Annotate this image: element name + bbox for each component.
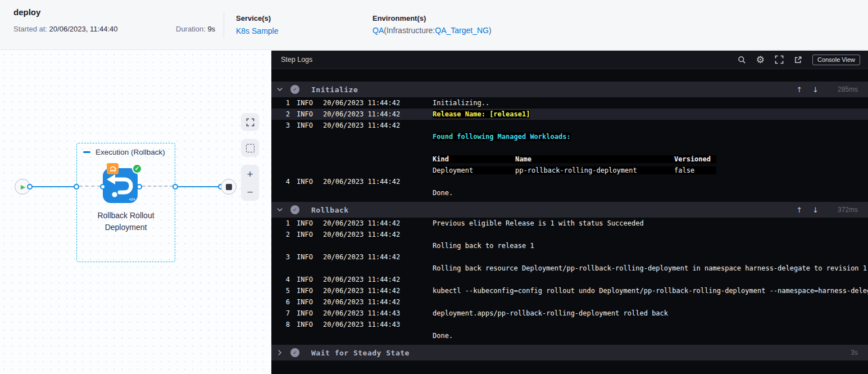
zoom-out-button[interactable]: − <box>241 183 259 201</box>
log-level: INFO <box>297 276 323 283</box>
log-section-header[interactable]: ✓Rollback↑↓372ms <box>271 202 868 218</box>
execution-group-label[interactable]: Execution (Rollback) <box>83 148 165 156</box>
log-row[interactable]: Rolling back to release 1 <box>271 240 868 251</box>
execution-header: deploy Started at: 20/06/2023, 11:44:40 … <box>0 0 868 50</box>
log-level: INFO <box>297 298 323 306</box>
chevron-down-icon[interactable] <box>276 86 283 93</box>
log-line-number: 1 <box>271 219 290 227</box>
log-timestamp: 20/06/2023 11:44:42 <box>323 219 433 227</box>
scroll-to-top-button[interactable]: ↑ <box>796 85 802 94</box>
pipeline-edge <box>32 186 75 187</box>
log-panel-title: Step Logs <box>281 56 312 64</box>
log-row[interactable]: 4INFO20/06/2023 11:44:42 <box>271 274 868 285</box>
log-row[interactable]: Done. <box>271 187 868 199</box>
log-row[interactable]: 2INFO20/06/2023 11:44:42Release Name: [r… <box>271 109 868 120</box>
success-check-icon: ✓ <box>132 164 142 174</box>
log-row[interactable]: 1INFO20/06/2023 11:44:42Initializing.. <box>271 97 868 109</box>
environments-block: Environment(s) QA(Infrastructure:QA_Targ… <box>372 14 492 35</box>
log-line-number: 3 <box>271 253 290 261</box>
log-fullscreen-button[interactable] <box>775 55 784 64</box>
log-message: Done. <box>433 189 453 197</box>
log-row[interactable]: 3INFO20/06/2023 11:44:42 <box>271 120 868 131</box>
log-row[interactable]: 7INFO20/06/2023 11:44:43deployment.apps/… <box>271 308 868 319</box>
log-timestamp: 20/06/2023 11:44:42 <box>323 276 433 283</box>
log-timestamp: 20/06/2023 11:44:42 <box>323 287 433 295</box>
service-link[interactable]: K8s Sample <box>236 26 278 35</box>
log-row[interactable]: 3INFO20/06/2023 11:44:42 <box>271 251 868 263</box>
step-node-label: Rollback Rollout Deployment <box>76 210 175 233</box>
collapse-group-icon[interactable] <box>83 151 90 154</box>
environment-link[interactable]: QA <box>372 26 384 35</box>
log-level: INFO <box>297 309 323 317</box>
step-success-icon: ✓ <box>290 205 299 214</box>
log-row[interactable]: 1INFO20/06/2023 11:44:42Previous eligibl… <box>271 218 868 229</box>
canvas-fullscreen-button[interactable] <box>241 113 259 131</box>
log-level: INFO <box>297 178 323 186</box>
search-icon <box>738 56 746 64</box>
log-message: deployment.apps/pp-rollback-rolling-depl… <box>433 309 668 317</box>
log-row[interactable] <box>271 142 868 154</box>
header-divider <box>224 12 224 38</box>
log-message: Previous eligible Release is 1 with stat… <box>433 219 644 227</box>
stop-icon <box>226 184 232 190</box>
log-section-header[interactable]: ✓Wait for Steady State3s <box>271 345 868 361</box>
log-section-title: Initialize <box>311 85 358 94</box>
log-level: INFO <box>297 219 323 227</box>
end-node[interactable] <box>221 179 237 195</box>
log-level: INFO <box>297 253 323 261</box>
connector-dot <box>27 184 33 190</box>
pipeline-edge <box>178 186 219 187</box>
step-success-icon: ✓ <box>290 348 299 357</box>
log-level: INFO <box>297 121 323 129</box>
log-timestamp: 20/06/2023 11:44:42 <box>323 99 433 107</box>
log-timestamp: 20/06/2023 11:44:43 <box>323 321 433 328</box>
log-row[interactable]: Deploymentpp-rollback-rolling-deployment… <box>271 165 868 176</box>
log-row[interactable]: 2INFO20/06/2023 11:44:42 <box>271 229 868 240</box>
log-row[interactable]: Done. <box>271 330 868 341</box>
log-timestamp: 20/06/2023 11:44:42 <box>323 110 433 118</box>
log-message: Done. <box>433 332 453 340</box>
log-row[interactable]: 6INFO20/06/2023 11:44:42 <box>271 296 868 308</box>
log-line-number: 8 <box>271 321 290 328</box>
canvas-select-button[interactable] <box>241 139 259 157</box>
fullscreen-icon <box>246 118 255 127</box>
workloads-table-header: KindNameVersioned <box>433 155 716 163</box>
log-line-number: 3 <box>271 121 290 129</box>
log-row[interactable]: 8INFO20/06/2023 11:44:43 <box>271 319 868 330</box>
section-duration: 3s <box>829 349 858 357</box>
open-in-new-tab-button[interactable] <box>794 56 802 64</box>
log-timestamp: 20/06/2023 11:44:42 <box>323 178 433 186</box>
chevron-down-icon[interactable] <box>276 206 283 213</box>
log-timestamp: 20/06/2023 11:44:42 <box>323 253 433 261</box>
zoom-in-button[interactable]: + <box>241 165 259 183</box>
console-view-button[interactable]: Console View <box>812 55 860 65</box>
log-row[interactable]: Found following Managed Workloads: <box>271 131 868 142</box>
scroll-to-top-button[interactable]: ↑ <box>796 206 802 214</box>
canvas-zoom-controls: + − <box>241 165 259 201</box>
step-success-icon: ✓ <box>290 85 299 94</box>
rollback-step-node[interactable]: </> ✓ <box>103 168 138 203</box>
log-message: Release Name: [release1] <box>433 110 530 118</box>
connector-dot <box>74 184 79 190</box>
log-message: Found following Managed Workloads: <box>433 133 571 141</box>
log-row[interactable]: 4INFO20/06/2023 11:44:42 <box>271 176 868 187</box>
infrastructure-link[interactable]: QA_Target_NG <box>435 26 489 35</box>
search-logs-button[interactable] <box>738 56 746 64</box>
log-line-number: 7 <box>271 309 290 317</box>
gear-icon: ⚙ <box>756 55 765 65</box>
log-row[interactable]: Rolling back resource Deployment/pp-roll… <box>271 263 868 274</box>
log-row[interactable]: KindNameVersioned <box>271 154 868 165</box>
marquee-selection-icon <box>246 144 255 152</box>
log-toolbar: Step Logs ⚙ Console View <box>271 51 868 69</box>
log-section-header[interactable]: ✓Initialize↑↓285ms <box>271 82 868 97</box>
chevron-right-icon[interactable] <box>276 349 283 356</box>
workloads-table-row: Deploymentpp-rollback-rolling-deployment… <box>433 166 716 174</box>
scroll-to-bottom-button[interactable]: ↓ <box>812 206 819 214</box>
scroll-to-bottom-button[interactable]: ↓ <box>812 85 819 94</box>
log-sections: ✓Initialize↑↓285ms1INFO20/06/2023 11:44:… <box>271 82 868 361</box>
fullscreen-icon <box>775 55 784 64</box>
log-row[interactable]: 5INFO20/06/2023 11:44:42kubectl --kubeco… <box>271 285 868 296</box>
log-settings-button[interactable]: ⚙ <box>756 55 765 65</box>
log-level: INFO <box>297 231 323 238</box>
log-level: INFO <box>297 321 323 328</box>
